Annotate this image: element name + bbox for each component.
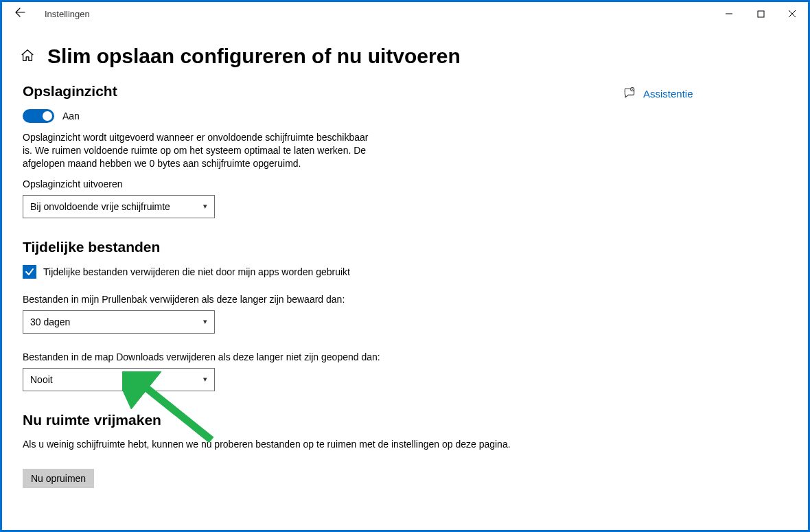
heading-storage-sense: Opslaginzicht xyxy=(23,83,605,100)
clean-now-button[interactable]: Nu opruimen xyxy=(23,469,94,488)
checkmark-icon xyxy=(25,267,34,277)
free-now-desc: Als u weinig schijfruimte hebt, kunnen w… xyxy=(23,438,544,451)
maximize-icon xyxy=(757,10,765,18)
maximize-button[interactable] xyxy=(745,2,776,25)
back-button[interactable] xyxy=(6,7,34,21)
close-button[interactable] xyxy=(776,2,808,25)
downloads-label: Bestanden in de map Downloads verwijdere… xyxy=(23,351,605,362)
app-title: Instellingen xyxy=(45,9,90,19)
minimize-icon xyxy=(725,10,733,18)
storage-sense-desc: Opslaginzicht wordt uitgevoerd wanneer e… xyxy=(23,131,380,170)
storage-sense-toggle-label: Aan xyxy=(62,111,80,122)
downloads-select[interactable]: Nooit ▾ xyxy=(23,368,215,391)
assist-link[interactable]: Assistentie xyxy=(643,88,693,100)
back-arrow-icon xyxy=(14,7,25,18)
run-storage-sense-label: Opslaginzicht uitvoeren xyxy=(23,178,605,189)
section-temp-files: Tijdelijke bestanden Tijdelijke bestande… xyxy=(23,239,605,391)
minimize-button[interactable] xyxy=(713,2,745,25)
delete-temp-checkbox[interactable] xyxy=(23,265,36,279)
run-storage-sense-select[interactable]: Bij onvoldoende vrije schijfruimte ▾ xyxy=(23,195,215,218)
title-bar: Instellingen xyxy=(2,2,808,25)
recycle-bin-select[interactable]: 30 dagen ▾ xyxy=(23,310,215,334)
page-header: Slim opslaan configureren of nu uitvoere… xyxy=(2,25,808,75)
chevron-down-icon: ▾ xyxy=(203,317,207,326)
section-storage-sense: Opslaginzicht Aan Opslaginzicht wordt ui… xyxy=(23,83,605,218)
run-storage-sense-value: Bij onvoldoende vrije schijfruimte xyxy=(30,201,170,212)
chevron-down-icon: ▾ xyxy=(203,202,207,211)
section-free-now: Nu ruimte vrijmaken Als u weinig schijfr… xyxy=(23,412,605,488)
storage-sense-toggle[interactable] xyxy=(23,109,54,123)
heading-temp-files: Tijdelijke bestanden xyxy=(23,239,605,255)
main-content: Opslaginzicht Aan Opslaginzicht wordt ui… xyxy=(2,75,623,530)
aside-assist: Assistentie xyxy=(623,75,808,530)
svg-rect-0 xyxy=(758,11,764,17)
assist-icon xyxy=(623,86,636,102)
delete-temp-label: Tijdelijke bestanden verwijderen die nie… xyxy=(43,266,350,277)
chevron-down-icon: ▾ xyxy=(203,375,207,384)
heading-free-now: Nu ruimte vrijmaken xyxy=(23,412,605,428)
settings-window: Instellingen Slim opslaan configureren o… xyxy=(0,0,810,532)
window-controls xyxy=(713,2,808,25)
recycle-bin-value: 30 dagen xyxy=(30,316,70,327)
downloads-value: Nooit xyxy=(30,374,53,385)
recycle-bin-label: Bestanden in mijn Prullenbak verwijderen… xyxy=(23,294,605,305)
page-title: Slim opslaan configureren of nu uitvoere… xyxy=(47,45,461,68)
close-icon xyxy=(788,10,796,18)
home-icon[interactable] xyxy=(20,48,35,67)
